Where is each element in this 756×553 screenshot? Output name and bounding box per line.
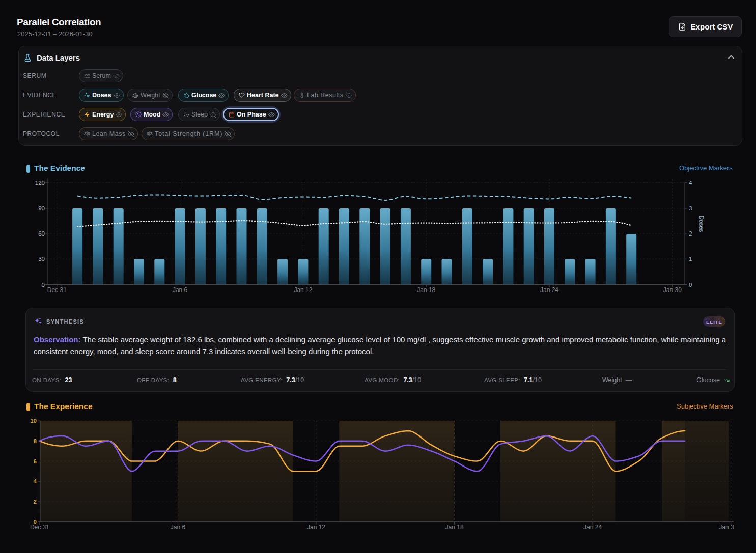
svg-text:10: 10: [30, 418, 37, 424]
svg-text:3: 3: [689, 205, 692, 211]
svg-text:Jan 6: Jan 6: [173, 286, 188, 294]
svg-text:Jan 24: Jan 24: [540, 286, 558, 294]
svg-text:Jan 6: Jan 6: [171, 523, 186, 531]
svg-text:90: 90: [38, 205, 45, 211]
svg-text:Jan 18: Jan 18: [417, 286, 435, 294]
svg-text:Jan 12: Jan 12: [294, 286, 312, 294]
svg-text:Jan 3: Jan 3: [719, 523, 734, 531]
svg-text:0: 0: [689, 282, 692, 288]
svg-text:Jan 24: Jan 24: [583, 523, 602, 531]
svg-text:2: 2: [689, 230, 692, 237]
svg-text:8: 8: [34, 438, 37, 444]
svg-text:1: 1: [689, 256, 692, 262]
svg-text:60: 60: [38, 230, 45, 237]
svg-text:120: 120: [35, 180, 45, 186]
svg-text:4: 4: [34, 478, 37, 484]
svg-text:6: 6: [34, 458, 37, 464]
svg-text:Dec 31: Dec 31: [47, 286, 67, 294]
svg-text:2: 2: [34, 499, 37, 505]
svg-text:Jan 30: Jan 30: [663, 286, 682, 294]
svg-text:Doses: Doses: [698, 216, 705, 232]
svg-text:0: 0: [42, 282, 45, 288]
svg-text:Jan 18: Jan 18: [445, 523, 464, 531]
svg-text:Dec 31: Dec 31: [30, 523, 49, 531]
svg-text:30: 30: [38, 256, 45, 262]
svg-text:4: 4: [689, 180, 692, 186]
svg-text:Jan 12: Jan 12: [307, 523, 325, 531]
